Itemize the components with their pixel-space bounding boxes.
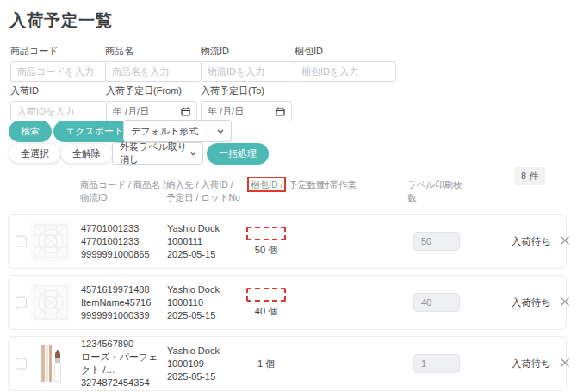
date-from-label: 入荷予定日(From) bbox=[106, 84, 197, 97]
date-from-input[interactable]: 年 /月/日 bbox=[106, 101, 197, 121]
filter-arrival-id: 入荷ID bbox=[10, 84, 107, 121]
arrival-schedule-page: 入荷予定一覧 商品コード 商品名 物流ID 梱包ID 入荷ID 入荷予定日(Fr… bbox=[0, 0, 577, 392]
scheduled-date: 2025-05-15 bbox=[167, 248, 245, 261]
arrival-row: 1234567890 ローズ・パーフェクト /… 3274872454354 Y… bbox=[8, 336, 567, 391]
delivery-cell: Yashio Dock 1000109 2025-05-15 bbox=[167, 345, 245, 383]
logistics-id-label: 物流ID bbox=[201, 45, 297, 58]
label-count-input[interactable] bbox=[413, 232, 460, 251]
missing-packing-id-box bbox=[246, 288, 286, 302]
quantity: 50 個 bbox=[255, 244, 277, 257]
packing-id-label: 梱包ID bbox=[295, 45, 396, 58]
chevron-down-icon bbox=[217, 129, 224, 134]
product-name-label: 商品名 bbox=[105, 45, 202, 58]
packing-qty-cell: 40 個 bbox=[235, 276, 297, 329]
select-all-button[interactable]: 全選択 bbox=[9, 143, 61, 164]
product-image bbox=[31, 344, 71, 383]
arrival-id: 1000110 bbox=[167, 296, 245, 309]
product-name-input[interactable] bbox=[105, 61, 202, 82]
delivery-cell: Yashio Dock 1000110 2025-05-15 bbox=[167, 283, 245, 322]
row-close-button[interactable] bbox=[558, 357, 572, 370]
quantity: 1 個 bbox=[257, 358, 275, 370]
export-format-value: デフォルト形式 bbox=[131, 125, 198, 138]
date-to-label: 入荷予定日(To) bbox=[201, 84, 292, 97]
bulk-action-select[interactable]: 外装ラベル取り消し bbox=[112, 142, 203, 165]
product-name: ItemName45716 bbox=[81, 296, 165, 309]
label-count-input[interactable] bbox=[413, 293, 460, 312]
filter-date-to: 入荷予定日(To) 年 /月/日 bbox=[201, 84, 292, 121]
page-title: 入荷予定一覧 bbox=[9, 9, 113, 32]
status-text: 入荷待ち bbox=[506, 358, 556, 370]
scheduled-date: 2025-05-15 bbox=[167, 370, 245, 383]
arrival-id-input[interactable] bbox=[10, 101, 107, 121]
arrival-row: 4571619971488 ItemName45716 999999100033… bbox=[8, 275, 567, 330]
result-count-badge: 8 件 bbox=[514, 167, 545, 185]
product-code: 1234567890 bbox=[81, 338, 165, 351]
destination: Yashio Dock bbox=[167, 345, 245, 358]
product-image-placeholder bbox=[31, 221, 71, 261]
calendar-icon[interactable] bbox=[276, 107, 285, 116]
row-close-button[interactable] bbox=[558, 234, 572, 248]
logistics-id: 9999991000339 bbox=[81, 309, 165, 322]
date-from-placeholder: 年 /月/日 bbox=[113, 105, 149, 118]
destination: Yashio Dock bbox=[167, 283, 245, 296]
arrival-id-label: 入荷ID bbox=[10, 84, 107, 97]
packing-qty-cell: 1 個 bbox=[235, 337, 297, 390]
product-code: 4571619971488 bbox=[81, 283, 165, 296]
packing-qty-cell: 50 個 bbox=[235, 215, 297, 268]
missing-packing-id-box bbox=[246, 227, 286, 240]
arrival-row: 47701001233 47701001233 9999991000865 Ya… bbox=[8, 214, 567, 269]
chevron-down-icon bbox=[190, 152, 196, 156]
header-product-col: 商品コード / 商品名 / 物流ID bbox=[80, 178, 166, 204]
destination: Yashio Dock bbox=[167, 222, 245, 235]
bulk-action-value: 外装ラベル取り消し bbox=[120, 140, 190, 166]
date-to-placeholder: 年 /月/日 bbox=[208, 105, 244, 118]
row-checkbox[interactable] bbox=[16, 297, 27, 308]
product-image bbox=[31, 221, 71, 261]
product-cell: 4571619971488 ItemName45716 999999100033… bbox=[81, 283, 165, 322]
deselect-all-button[interactable]: 全解除 bbox=[60, 143, 113, 164]
arrival-rows: 47701001233 47701001233 9999991000865 Ya… bbox=[8, 214, 567, 392]
logistics-id: 9999991000865 bbox=[81, 248, 165, 261]
bulk-apply-button[interactable]: 一括処理 bbox=[207, 143, 269, 165]
product-image-cosmetic bbox=[31, 344, 71, 383]
search-button[interactable]: 検索 bbox=[9, 121, 52, 142]
date-to-input[interactable]: 年 /月/日 bbox=[201, 101, 292, 121]
product-code: 47701001233 bbox=[81, 222, 165, 235]
filter-product-code: 商品コード bbox=[10, 45, 107, 82]
close-icon bbox=[560, 235, 570, 246]
logistics-id-input[interactable] bbox=[201, 61, 297, 82]
scheduled-date: 2025-05-15 bbox=[167, 309, 245, 322]
filter-product-name: 商品名 bbox=[105, 45, 202, 82]
close-icon bbox=[560, 358, 570, 368]
filter-date-from: 入荷予定日(From) 年 /月/日 bbox=[106, 84, 197, 121]
row-checkbox[interactable] bbox=[16, 358, 27, 370]
quantity: 40 個 bbox=[255, 305, 277, 318]
delivery-cell: Yashio Dock 1000111 2025-05-15 bbox=[167, 222, 245, 261]
filter-logistics-id: 物流ID bbox=[201, 45, 297, 82]
status-text: 入荷待ち bbox=[506, 296, 556, 309]
product-cell: 1234567890 ローズ・パーフェクト /… 3274872454354 bbox=[81, 338, 165, 389]
close-icon bbox=[560, 296, 570, 307]
label-count-input[interactable] bbox=[413, 354, 460, 373]
product-image bbox=[31, 283, 71, 322]
product-name: 47701001233 bbox=[81, 235, 165, 248]
arrival-id: 1000109 bbox=[167, 358, 245, 370]
export-format-select[interactable]: デフォルト形式 bbox=[123, 120, 232, 142]
header-qty-label: 予定数量 bbox=[286, 179, 325, 190]
header-packing-qty-col: 梱包ID / 予定数量 bbox=[247, 178, 326, 191]
product-name: ローズ・パーフェクト /… bbox=[81, 351, 165, 376]
arrival-id: 1000111 bbox=[167, 235, 245, 248]
packing-id-input[interactable] bbox=[295, 61, 396, 82]
row-checkbox[interactable] bbox=[16, 236, 27, 247]
packing-id-annotation-box: 梱包ID / bbox=[247, 177, 286, 192]
product-code-input[interactable] bbox=[10, 61, 107, 82]
header-work-col: 付帯作業 bbox=[320, 178, 372, 191]
calendar-icon[interactable] bbox=[181, 107, 190, 116]
product-code-label: 商品コード bbox=[10, 45, 107, 58]
filter-packing-id: 梱包ID bbox=[295, 45, 396, 82]
header-delivery-col: 納入先 / 入荷ID / 予定日 / ロットNo bbox=[166, 178, 244, 204]
row-close-button[interactable] bbox=[558, 296, 572, 309]
logistics-id: 3274872454354 bbox=[81, 376, 165, 389]
product-cell: 47701001233 47701001233 9999991000865 bbox=[81, 222, 165, 261]
status-text: 入荷待ち bbox=[506, 235, 556, 248]
